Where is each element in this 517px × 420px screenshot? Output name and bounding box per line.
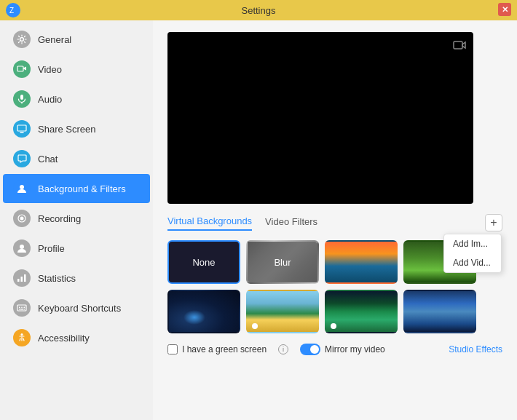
background-label: Background & Filters [38, 183, 126, 194]
tab-video-filters[interactable]: Video Filters [265, 216, 317, 230]
studio-effects-link[interactable]: Studio Effects [449, 344, 502, 354]
sidebar-item-video[interactable]: Video [3, 55, 150, 84]
sidebar-item-recording[interactable]: Recording [3, 204, 150, 233]
profile-icon [13, 239, 31, 257]
svg-point-11 [20, 245, 24, 249]
badge2 [331, 323, 336, 329]
statistics-label: Statistics [38, 273, 76, 284]
general-label: General [38, 34, 71, 45]
camera-icon [453, 39, 466, 55]
green-screen-label[interactable]: I have a green screen [167, 344, 267, 354]
svg-rect-13 [21, 277, 23, 282]
video-icon [13, 60, 31, 78]
svg-point-8 [20, 185, 24, 189]
sidebar-item-general[interactable]: General [3, 25, 150, 54]
accessibility-icon [13, 329, 31, 346]
blur-inner: Blur [248, 242, 317, 282]
sidebar-item-keyboard[interactable]: Keyboard Shortcuts [3, 293, 150, 322]
bg-none[interactable]: None [167, 240, 240, 284]
profile-label: Profile [38, 243, 65, 254]
svg-rect-12 [17, 279, 20, 282]
chat-label: Chat [38, 154, 58, 165]
mirror-label: Mirror my video [300, 344, 385, 355]
green-screen-checkbox[interactable] [167, 344, 178, 354]
tab-virtual-backgrounds[interactable]: Virtual Backgrounds [167, 215, 252, 231]
bg-adventure[interactable] [403, 290, 476, 333]
window-title: Settings [242, 5, 276, 16]
statistics-icon [13, 269, 31, 287]
recording-icon [13, 210, 31, 227]
svg-rect-4 [20, 95, 23, 100]
add-background-button[interactable]: + Add Im... Add Vid... [485, 214, 502, 231]
bg-blur[interactable]: Blur [246, 240, 319, 284]
accessibility-label: Accessibility [38, 333, 90, 344]
app-logo: Z [6, 3, 20, 17]
svg-text:Z: Z [9, 7, 14, 15]
svg-rect-18 [24, 307, 25, 309]
svg-rect-16 [19, 307, 20, 309]
audio-label: Audio [38, 94, 62, 105]
svg-rect-6 [17, 125, 26, 131]
share-screen-icon [13, 120, 31, 138]
title-bar: Z Settings ✕ [0, 0, 517, 20]
svg-rect-19 [19, 309, 20, 310]
svg-rect-23 [454, 41, 462, 49]
sidebar-item-share-screen[interactable]: Share Screen [3, 114, 150, 143]
keyboard-icon [13, 299, 31, 317]
content-area: GeneralVideoAudioShare ScreenChatBackgro… [0, 20, 517, 420]
svg-point-22 [21, 333, 23, 336]
mirror-text: Mirror my video [325, 344, 385, 354]
plus-icon: + [490, 216, 497, 229]
background-icon [13, 180, 31, 197]
chat-icon [13, 150, 31, 167]
sidebar-item-profile[interactable]: Profile [3, 234, 150, 263]
svg-rect-20 [20, 309, 23, 310]
sidebar-item-statistics[interactable]: Statistics [3, 264, 150, 293]
toggle-knob [310, 345, 319, 354]
bg-space[interactable] [167, 290, 240, 333]
settings-window: Z Settings ✕ GeneralVideoAudioShare Scre… [0, 0, 517, 420]
svg-rect-21 [24, 309, 25, 310]
bg-aurora[interactable] [325, 290, 398, 333]
add-dropdown: Add Im... Add Vid... [443, 234, 502, 273]
close-button[interactable]: ✕ [498, 3, 511, 16]
general-icon [13, 31, 31, 48]
tabs-row: Virtual Backgrounds Video Filters + Add … [167, 214, 502, 231]
green-screen-text: I have a green screen [182, 344, 267, 354]
sidebar: GeneralVideoAudioShare ScreenChatBackgro… [0, 20, 153, 420]
svg-rect-17 [21, 307, 23, 309]
keyboard-label: Keyboard Shortcuts [38, 303, 121, 314]
badge [252, 323, 258, 329]
svg-rect-3 [17, 66, 23, 71]
mirror-toggle[interactable] [300, 344, 320, 355]
video-label: Video [38, 64, 62, 75]
svg-rect-14 [24, 274, 26, 282]
sidebar-item-audio[interactable]: Audio [3, 84, 150, 114]
bg-beach[interactable] [246, 290, 319, 333]
info-icon[interactable]: i [278, 344, 288, 354]
share-screen-label: Share Screen [38, 124, 96, 135]
sidebar-item-chat[interactable]: Chat [3, 144, 150, 173]
none-label: None [192, 257, 215, 268]
bg-golden-gate[interactable] [325, 240, 398, 284]
sidebar-item-background[interactable]: Background & Filters [3, 174, 150, 203]
tabs-container: Virtual Backgrounds Video Filters [167, 215, 317, 231]
blur-label: Blur [274, 257, 291, 268]
main-panel: Virtual Backgrounds Video Filters + Add … [153, 20, 517, 420]
svg-point-2 [20, 38, 24, 41]
footer-row: I have a green screen i Mirror my video … [167, 344, 502, 355]
svg-point-10 [20, 217, 24, 221]
recording-label: Recording [38, 213, 81, 224]
add-video-item[interactable]: Add Vid... [444, 253, 501, 272]
add-image-item[interactable]: Add Im... [444, 234, 501, 253]
audio-icon [13, 90, 31, 108]
sidebar-item-accessibility[interactable]: Accessibility [3, 323, 150, 352]
video-preview [167, 32, 473, 204]
